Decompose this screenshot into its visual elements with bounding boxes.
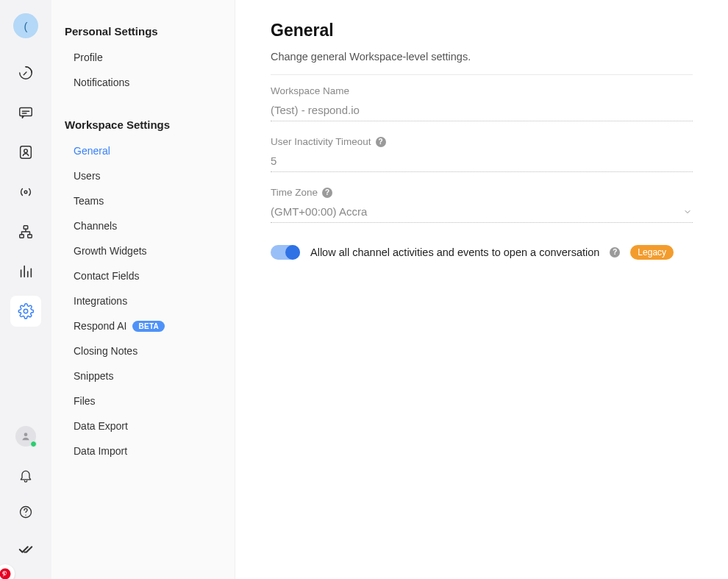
question-circle-icon	[18, 505, 33, 519]
svg-point-2	[24, 149, 28, 153]
gauge-icon	[18, 65, 34, 81]
workspace-name-label: Workspace Name	[271, 85, 693, 96]
sidebar-item-general[interactable]: General	[51, 138, 235, 163]
field-workspace-name: Workspace Name (Test) - respond.io	[271, 85, 693, 121]
broadcast-icon	[18, 184, 34, 200]
sidebar-item-notifications[interactable]: Notifications	[51, 70, 235, 95]
nav-dashboard[interactable]	[10, 57, 41, 88]
sidebar-item-channels[interactable]: Channels	[51, 213, 235, 238]
beta-badge: BETA	[132, 321, 165, 332]
personal-settings-title: Personal Settings	[51, 22, 235, 45]
nav-reports[interactable]	[10, 256, 41, 287]
presence-dot	[30, 441, 37, 447]
sidebar-item-label: Respond AI	[74, 320, 126, 332]
gear-icon	[18, 303, 34, 319]
sidebar-item-integrations[interactable]: Integrations	[51, 288, 235, 313]
app-badge[interactable]	[0, 564, 15, 579]
legacy-badge: Legacy	[630, 245, 674, 260]
notifications-button[interactable]	[10, 460, 41, 491]
inactivity-timeout-label-text: User Inactivity Timeout	[271, 136, 371, 147]
bars-icon	[18, 263, 34, 280]
nav-broadcast[interactable]	[10, 177, 41, 207]
nav-settings[interactable]	[10, 296, 41, 327]
bell-icon	[18, 468, 33, 483]
nav-workflows[interactable]	[10, 216, 41, 247]
workflow-icon	[18, 224, 34, 240]
main-content: General Change general Workspace-level s…	[235, 0, 728, 579]
pinterest-icon	[0, 567, 12, 579]
timezone-value: (GMT+00:00) Accra	[271, 205, 367, 218]
help-icon[interactable]: ?	[610, 247, 620, 257]
inactivity-timeout-input[interactable]: 5	[271, 153, 693, 172]
sidebar-item-files[interactable]: Files	[51, 388, 235, 413]
workspace-name-value: (Test) - respond.io	[271, 104, 360, 116]
sidebar-item-users[interactable]: Users	[51, 163, 235, 188]
person-icon	[21, 431, 31, 441]
inactivity-timeout-label: User Inactivity Timeout ?	[271, 136, 693, 147]
svg-point-3	[24, 191, 27, 193]
svg-rect-0	[20, 108, 32, 116]
sidebar-item-data-export[interactable]: Data Export	[51, 413, 235, 438]
sidebar-item-contact-fields[interactable]: Contact Fields	[51, 263, 235, 288]
checkmarks-icon	[18, 541, 34, 557]
toggle-knob	[285, 245, 300, 260]
field-inactivity-timeout: User Inactivity Timeout ? 5	[271, 136, 693, 172]
timezone-label-text: Time Zone	[271, 187, 318, 198]
sidebar-item-snippets[interactable]: Snippets	[51, 363, 235, 388]
sidebar-item-profile[interactable]: Profile	[51, 45, 235, 70]
toggle-label: Allow all channel activities and events …	[310, 246, 599, 258]
contact-icon	[18, 144, 34, 160]
chat-icon	[18, 104, 34, 121]
workspace-settings-title: Workspace Settings	[51, 116, 235, 138]
user-avatar[interactable]	[15, 426, 36, 447]
nav-contacts[interactable]	[10, 137, 41, 168]
sidebar-item-teams[interactable]: Teams	[51, 188, 235, 213]
sidebar-item-closing-notes[interactable]: Closing Notes	[51, 338, 235, 363]
help-icon[interactable]: ?	[322, 188, 332, 198]
rail-bottom	[0, 426, 51, 564]
chevron-down-icon	[682, 207, 693, 217]
timezone-label: Time Zone ?	[271, 187, 693, 198]
field-timezone: Time Zone ? (GMT+00:00) Accra	[271, 187, 693, 223]
workspace-name-input[interactable]: (Test) - respond.io	[271, 102, 693, 121]
workspace-avatar[interactable]: (	[13, 13, 38, 38]
svg-point-7	[24, 309, 28, 313]
sidebar-item-growth-widgets[interactable]: Growth Widgets	[51, 238, 235, 263]
timezone-select[interactable]: (GMT+00:00) Accra	[271, 204, 693, 223]
brand-mark[interactable]	[10, 533, 41, 564]
nav-rail: (	[0, 0, 51, 579]
help-button[interactable]	[10, 497, 41, 528]
sidebar-item-respond-ai[interactable]: Respond AI BETA	[51, 313, 235, 338]
divider	[271, 74, 693, 75]
toggle-row: Allow all channel activities and events …	[271, 245, 693, 260]
nav-messages[interactable]	[10, 97, 41, 128]
page-subtitle: Change general Workspace-level settings.	[271, 51, 693, 63]
sidebar-item-data-import[interactable]: Data Import	[51, 438, 235, 463]
settings-sidebar: Personal Settings Profile Notifications …	[51, 0, 235, 579]
svg-point-8	[24, 433, 28, 436]
page-title: General	[271, 21, 693, 40]
help-icon[interactable]: ?	[376, 137, 386, 147]
inactivity-timeout-value: 5	[271, 154, 276, 167]
svg-point-11	[0, 569, 11, 580]
toggle-allow-open-conversation[interactable]	[271, 245, 300, 260]
svg-point-10	[25, 515, 26, 516]
